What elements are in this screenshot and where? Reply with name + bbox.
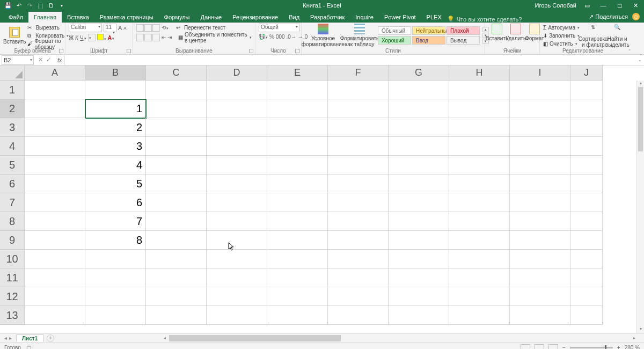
cell-A2[interactable] [25, 99, 85, 118]
cell-C5[interactable] [146, 156, 207, 174]
style-output[interactable]: Вывод [447, 36, 480, 45]
cut-button[interactable]: ✂Вырезать [27, 24, 69, 32]
cell-D8[interactable] [207, 212, 267, 231]
cell-D2[interactable] [207, 99, 267, 118]
cell-E8[interactable] [267, 212, 328, 231]
row-header-10[interactable]: 10 [0, 250, 25, 268]
align-top-icon[interactable] [136, 24, 144, 32]
row-header-11[interactable]: 11 [0, 268, 25, 287]
cell-H12[interactable] [449, 287, 510, 306]
cell-F3[interactable] [328, 118, 389, 137]
sheet-next-icon[interactable]: ▸ [9, 335, 12, 341]
align-center-icon[interactable] [144, 34, 152, 41]
cell-J9[interactable] [570, 231, 603, 250]
ribbon-options-icon[interactable]: ▭ [582, 2, 592, 9]
align-middle-icon[interactable] [144, 24, 152, 32]
cell-A5[interactable] [25, 156, 85, 174]
cell-A6[interactable] [25, 174, 85, 193]
cell-G11[interactable] [389, 268, 449, 287]
shrink-font-icon[interactable]: A [123, 26, 126, 31]
macro-record-icon[interactable]: ▢ [26, 345, 31, 349]
find-select-button[interactable]: 🔍Найти и выделить [606, 24, 628, 48]
cell-H2[interactable] [449, 99, 510, 118]
row-header-8[interactable]: 8 [0, 212, 25, 231]
hscroll-thumb[interactable] [169, 335, 341, 341]
cell-C2[interactable] [146, 99, 207, 118]
delete-cells-button[interactable]: Удалить [507, 24, 524, 41]
cell-C10[interactable] [146, 250, 207, 268]
paste-button[interactable]: Вставить [3, 27, 26, 45]
cell-G7[interactable] [389, 193, 449, 212]
tab-view[interactable]: Вид [283, 12, 305, 23]
cell-E9[interactable] [267, 231, 328, 250]
cell-A11[interactable] [25, 268, 85, 287]
save-icon[interactable]: 💾 [4, 2, 12, 9]
cell-C1[interactable] [146, 81, 207, 99]
style-input[interactable]: Ввод [412, 36, 445, 45]
cell-J4[interactable] [570, 137, 603, 156]
sort-filter-button[interactable]: ⇅Сортировка и фильтр [581, 24, 605, 48]
cell-I11[interactable] [510, 268, 570, 287]
cell-E10[interactable] [267, 250, 328, 268]
cell-J12[interactable] [570, 287, 603, 306]
cancel-formula-icon[interactable]: ✕ [38, 56, 43, 63]
row-header-1[interactable]: 1 [0, 81, 25, 99]
cell-D3[interactable] [207, 118, 267, 137]
cell-G10[interactable] [389, 250, 449, 268]
col-header-B[interactable]: B [85, 66, 146, 81]
cell-D11[interactable] [207, 268, 267, 287]
cell-J3[interactable] [570, 118, 603, 137]
select-all-corner[interactable] [0, 66, 25, 81]
number-format-select[interactable]: Общий [259, 24, 299, 32]
cell-H9[interactable] [449, 231, 510, 250]
cell-B1[interactable] [85, 81, 146, 99]
cell-F7[interactable] [328, 193, 389, 212]
cell-C3[interactable] [146, 118, 207, 137]
zoom-level[interactable]: 280 % [625, 345, 640, 349]
cell-H1[interactable] [449, 81, 510, 99]
col-header-A[interactable]: A [25, 66, 85, 81]
percent-button[interactable]: % [269, 34, 274, 40]
cell-H4[interactable] [449, 137, 510, 156]
cell-B13[interactable] [85, 306, 146, 325]
col-header-D[interactable]: D [207, 66, 267, 81]
cell-E5[interactable] [267, 156, 328, 174]
cell-A7[interactable] [25, 193, 85, 212]
cell-G5[interactable] [389, 156, 449, 174]
cell-E7[interactable] [267, 193, 328, 212]
cell-C12[interactable] [146, 287, 207, 306]
number-dialog-icon[interactable] [295, 49, 299, 53]
cell-I6[interactable] [510, 174, 570, 193]
cell-H6[interactable] [449, 174, 510, 193]
accounting-format-button[interactable]: 💱 [259, 34, 268, 40]
indent-decrease-icon[interactable]: ⇤ [162, 34, 166, 40]
cell-I5[interactable] [510, 156, 570, 174]
tab-plex[interactable]: PLEX [421, 12, 447, 23]
cell-B3[interactable]: 2 [85, 118, 146, 137]
format-table-button[interactable]: Форматировать как таблицу [343, 24, 376, 47]
cell-H8[interactable] [449, 212, 510, 231]
cell-C6[interactable] [146, 174, 207, 193]
row-header-13[interactable]: 13 [0, 306, 25, 325]
cell-A13[interactable] [25, 306, 85, 325]
cell-J2[interactable] [570, 99, 603, 118]
align-right-icon[interactable] [152, 34, 160, 41]
cell-A8[interactable] [25, 212, 85, 231]
col-header-H[interactable]: H [449, 66, 510, 81]
cell-D5[interactable] [207, 156, 267, 174]
cell-E3[interactable] [267, 118, 328, 137]
share-button[interactable]: ↗ Поделиться [589, 13, 628, 20]
col-header-I[interactable]: I [510, 66, 570, 81]
tab-developer[interactable]: Разработчик [305, 12, 350, 23]
cell-F6[interactable] [328, 174, 389, 193]
cell-C9[interactable] [146, 231, 207, 250]
cell-H3[interactable] [449, 118, 510, 137]
cell-A10[interactable] [25, 250, 85, 268]
cell-J13[interactable] [570, 306, 603, 325]
cell-F13[interactable] [328, 306, 389, 325]
row-header-6[interactable]: 6 [0, 174, 25, 193]
insert-cells-button[interactable]: Вставить [488, 24, 506, 41]
normal-view-icon[interactable] [521, 344, 530, 350]
add-sheet-button[interactable]: + [47, 335, 54, 342]
cell-C4[interactable] [146, 137, 207, 156]
